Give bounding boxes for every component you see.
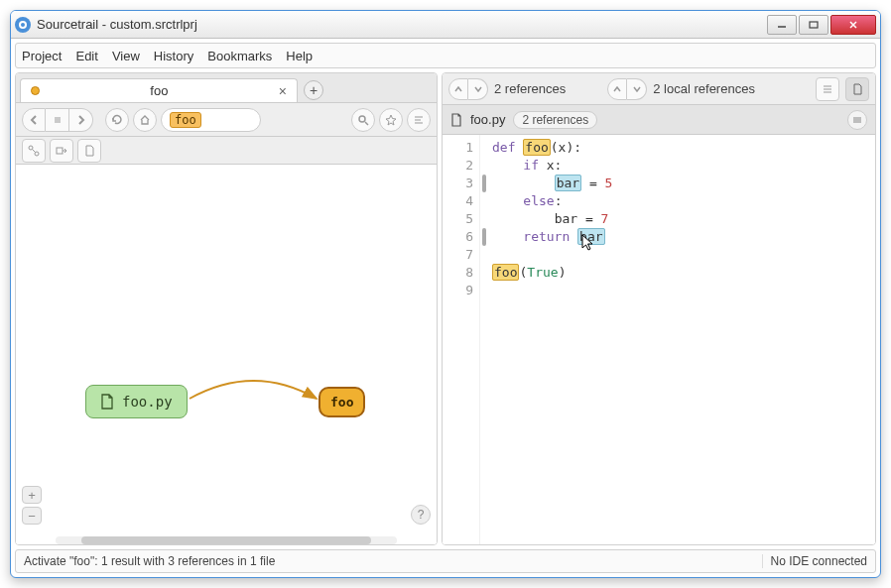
zoom-out-button[interactable]: − (22, 507, 42, 525)
svg-point-15 (35, 152, 39, 156)
ref-count: 2 references (494, 81, 566, 96)
maximize-button[interactable] (799, 15, 828, 35)
file-menu-button[interactable] (847, 110, 867, 130)
screen-search-button[interactable] (407, 108, 431, 132)
graph-link-icon[interactable] (22, 139, 46, 163)
svg-rect-3 (810, 22, 818, 28)
reference-bar: 2 references 2 local references (443, 73, 875, 105)
graph-func-node[interactable]: foo (318, 387, 365, 417)
line-gutter: 123 456 789 (443, 135, 480, 544)
minimize-button[interactable] (767, 15, 797, 35)
graph-arrow-icon[interactable] (50, 139, 73, 163)
nav-toolbar: foo (16, 103, 437, 137)
ref-next-button[interactable] (468, 78, 488, 100)
marker-gutter (480, 135, 488, 544)
titlebar: Sourcetrail - custom.srctrlprj (11, 11, 880, 39)
home-button[interactable] (133, 108, 157, 132)
help-button[interactable]: ? (411, 505, 431, 525)
ref-prev-button[interactable] (448, 78, 468, 100)
svg-point-1 (21, 23, 25, 27)
file-icon (100, 394, 114, 410)
local-ref-next-button[interactable] (627, 78, 647, 100)
search-input[interactable]: foo (161, 108, 261, 132)
file-name: foo.py (470, 112, 505, 127)
app-icon (15, 17, 31, 33)
code-editor[interactable]: 123 456 789 def foo(x): if x: bar = 5 el… (443, 135, 875, 544)
func-node-label: foo (330, 395, 353, 410)
window-title: Sourcetrail - custom.srctrlprj (37, 17, 765, 32)
menubar: Project Edit View History Bookmarks Help (15, 43, 876, 68)
graph-pane: foo × + foo (15, 72, 438, 545)
menu-project[interactable]: Project (22, 49, 62, 63)
tab-foo[interactable]: foo × (20, 78, 298, 102)
local-ref-prev-button[interactable] (607, 78, 627, 100)
tab-status-dot (31, 86, 40, 95)
tab-add-button[interactable]: + (304, 80, 323, 100)
graph-file-icon[interactable] (77, 139, 101, 163)
menu-history[interactable]: History (154, 49, 193, 63)
menu-help[interactable]: Help (286, 49, 313, 63)
svg-rect-17 (57, 148, 63, 154)
tab-label: foo (46, 83, 273, 98)
refresh-button[interactable] (105, 108, 129, 132)
tab-close-icon[interactable]: × (279, 83, 287, 99)
graph-toolbar (16, 137, 437, 165)
back-button[interactable] (22, 108, 46, 132)
file-icon (450, 113, 462, 127)
file-header: foo.py 2 references (443, 105, 875, 135)
file-node-label: foo.py (122, 394, 173, 410)
forward-button[interactable] (69, 108, 93, 132)
menu-edit[interactable]: Edit (75, 49, 97, 63)
search-chip: foo (170, 112, 201, 128)
graph-file-node[interactable]: foo.py (85, 385, 188, 418)
svg-line-10 (365, 122, 368, 125)
bookmark-button[interactable] (379, 108, 403, 132)
code-pane: 2 references 2 local references foo.py 2… (442, 72, 876, 545)
search-button[interactable] (351, 108, 375, 132)
zoom-in-button[interactable]: + (22, 486, 42, 504)
status-text: Activate "foo": 1 result with 3 referenc… (24, 554, 275, 568)
svg-point-14 (29, 146, 33, 150)
statusbar: Activate "foo": 1 result with 3 referenc… (15, 549, 876, 573)
history-list-button[interactable] (46, 108, 69, 132)
mode-file-button[interactable] (845, 77, 869, 101)
mode-snippet-button[interactable] (816, 77, 839, 101)
local-ref-count: 2 local references (653, 81, 755, 96)
menu-bookmarks[interactable]: Bookmarks (207, 49, 272, 63)
ide-status: No IDE connected (762, 554, 867, 568)
close-button[interactable] (830, 15, 876, 35)
graph-scrollbar[interactable] (56, 536, 397, 544)
file-ref-pill[interactable]: 2 references (513, 111, 597, 129)
menu-view[interactable]: View (112, 49, 140, 63)
svg-point-9 (359, 116, 365, 122)
svg-line-16 (33, 149, 36, 152)
tabbar: foo × + (16, 73, 437, 103)
graph-canvas[interactable]: foo.py foo + − ? (16, 165, 437, 532)
